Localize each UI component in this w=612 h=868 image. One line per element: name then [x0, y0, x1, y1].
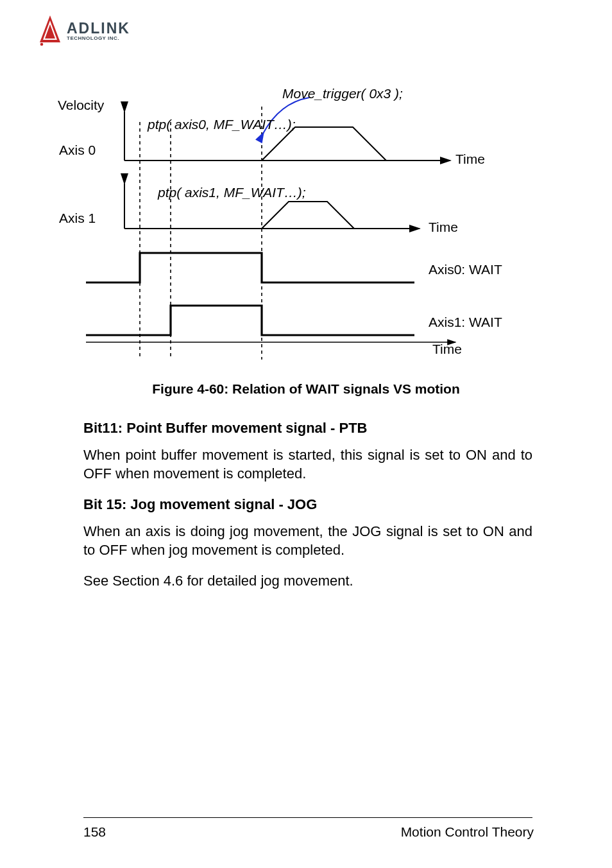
figure-caption: Figure 4-60: Relation of WAIT signals VS… [0, 381, 612, 397]
label-axis1: Axis 1 [59, 211, 96, 226]
bit11-body: When point buffer movement is started, t… [83, 446, 532, 483]
label-time-1: Time [429, 220, 458, 235]
label-axis0: Axis 0 [59, 143, 96, 158]
page-number: 158 [83, 824, 106, 840]
label-time-0: Time [455, 152, 485, 167]
logo: ADLINK TECHNOLOGY INC. [36, 14, 130, 48]
label-ptp1: ptp( axis1, MF_WAIT…); [158, 185, 306, 200]
label-axis1-wait: Axis1: WAIT [429, 315, 502, 330]
label-velocity: Velocity [58, 98, 104, 113]
body-content: Bit11: Point Buffer movement signal - PT… [83, 410, 532, 602]
logo-triangle-icon [36, 14, 64, 48]
label-move-trigger: Move_trigger( 0x3 ); [282, 86, 403, 101]
see-section: See Section 4.6 for detailed jog movemen… [83, 571, 532, 591]
svg-point-3 [40, 43, 44, 46]
label-ptp0: ptp( axis0, MF_WAIT…); [148, 117, 296, 132]
logo-sub: TECHNOLOGY INC. [67, 36, 130, 41]
logo-text: ADLINK TECHNOLOGY INC. [67, 21, 130, 41]
label-time-2: Time [432, 342, 462, 357]
logo-main: ADLINK [67, 21, 130, 36]
bit11-heading: Bit11: Point Buffer movement signal - PT… [83, 419, 532, 438]
label-axis0-wait: Axis0: WAIT [429, 262, 502, 277]
footer-title: Motion Control Theory [401, 824, 534, 840]
footer-divider [83, 817, 532, 818]
bit15-body: When an axis is doing jog movement, the … [83, 522, 532, 560]
timing-diagram: Velocity Axis 0 Axis 1 ptp( axis0, MF_WA… [58, 90, 552, 366]
bit15-heading: Bit 15: Jog movement signal - JOG [83, 495, 532, 514]
